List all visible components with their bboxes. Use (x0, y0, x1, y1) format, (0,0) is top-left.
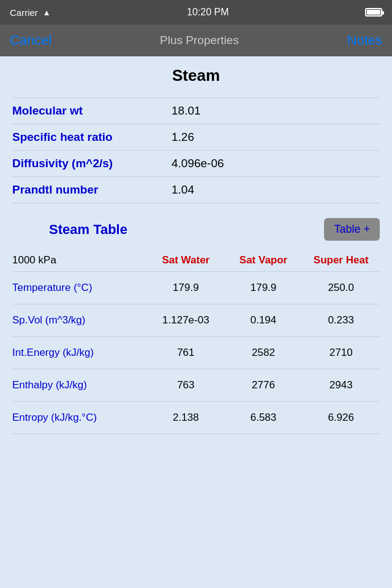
row-label-temperature: Temperature (°C) (12, 282, 147, 294)
row-superheat-temperature: 250.0 (302, 282, 380, 294)
prop-label-prandtl: Prandtl number (12, 183, 172, 197)
row-satwater-entropy: 2.138 (147, 412, 225, 424)
table-row-intenergy: Int.Energy (kJ/kg) 761 2582 2710 (12, 337, 380, 369)
wifi-icon: ▲ (43, 8, 51, 17)
row-satvapor-entropy: 6.583 (225, 412, 303, 424)
table-plus-button[interactable]: Table + (324, 218, 380, 241)
properties-list: Molecular wt 18.01 Specific heat ratio 1… (12, 97, 380, 203)
row-superheat-spvol: 0.233 (302, 314, 380, 326)
col-sat-water-header: Sat Water (147, 254, 225, 266)
row-satwater-intenergy: 761 (147, 347, 225, 359)
col-pressure-header: 1000 kPa (12, 254, 147, 266)
row-superheat-entropy: 6.926 (302, 412, 380, 424)
row-satvapor-temperature: 179.9 (225, 282, 303, 294)
table-row-entropy: Entropy (kJ/kg.°C) 2.138 6.583 6.926 (12, 402, 380, 434)
row-superheat-enthalpy: 2943 (302, 379, 380, 391)
col-sat-vapor-header: Sat Vapor (225, 254, 303, 266)
prop-value-specific-heat: 1.26 (172, 130, 194, 144)
table-row-enthalpy: Enthalpy (kJ/kg) 763 2776 2943 (12, 369, 380, 402)
table-row-spvol: Sp.Vol (m^3/kg) 1.127e-03 0.194 0.233 (12, 304, 380, 337)
steam-table-header: Steam Table Table + (12, 218, 380, 241)
nav-title: Plus Properties (160, 34, 239, 47)
prop-value-molecular-wt: 18.01 (172, 104, 201, 118)
notes-button[interactable]: Notes (347, 32, 382, 48)
prop-label-specific-heat: Specific heat ratio (12, 130, 172, 144)
status-right (365, 8, 382, 17)
battery-icon (365, 8, 382, 17)
table-row-temperature: Temperature (°C) 179.9 179.9 250.0 (12, 272, 380, 304)
prop-label-diffusivity: Diffusivity (m^2/s) (12, 157, 172, 170)
prop-value-prandtl: 1.04 (172, 183, 194, 197)
row-satvapor-spvol: 0.194 (225, 314, 303, 326)
prop-label-molecular-wt: Molecular wt (12, 104, 172, 118)
row-label-enthalpy: Enthalpy (kJ/kg) (12, 379, 147, 391)
table-header-row: 1000 kPa Sat Water Sat Vapor Super Heat (12, 249, 380, 272)
nav-bar: Cancel Plus Properties Notes (0, 24, 392, 56)
row-satwater-enthalpy: 763 (147, 379, 225, 391)
prop-row-molecular-wt: Molecular wt 18.01 (12, 97, 380, 124)
status-bar: Carrier ▲ 10:20 PM (0, 0, 392, 24)
row-label-spvol: Sp.Vol (m^3/kg) (12, 314, 147, 326)
status-time: 10:20 PM (187, 7, 228, 18)
main-content: Steam Molecular wt 18.01 Specific heat r… (0, 56, 392, 444)
prop-row-specific-heat: Specific heat ratio 1.26 (12, 124, 380, 151)
steam-table-title: Steam Table (49, 222, 127, 238)
cancel-button[interactable]: Cancel (10, 32, 51, 48)
row-satwater-temperature: 179.9 (147, 282, 225, 294)
prop-row-prandtl: Prandtl number 1.04 (12, 177, 380, 203)
row-superheat-intenergy: 2710 (302, 347, 380, 359)
row-satvapor-enthalpy: 2776 (225, 379, 303, 391)
prop-row-diffusivity: Diffusivity (m^2/s) 4.096e-06 (12, 151, 380, 177)
col-super-heat-header: Super Heat (302, 254, 380, 266)
row-label-intenergy: Int.Energy (kJ/kg) (12, 347, 147, 359)
prop-value-diffusivity: 4.096e-06 (172, 157, 224, 170)
status-left: Carrier ▲ (10, 7, 51, 18)
substance-title: Steam (12, 66, 380, 85)
carrier-label: Carrier (10, 7, 38, 18)
row-label-entropy: Entropy (kJ/kg.°C) (12, 412, 147, 424)
data-table: 1000 kPa Sat Water Sat Vapor Super Heat … (12, 249, 380, 434)
row-satwater-spvol: 1.127e-03 (147, 314, 225, 326)
row-satvapor-intenergy: 2582 (225, 347, 303, 359)
